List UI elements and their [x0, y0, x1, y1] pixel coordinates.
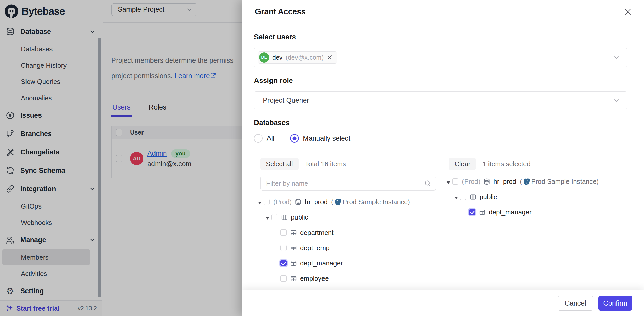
- checkbox-checked[interactable]: [280, 260, 287, 266]
- grant-access-modal: Grant Access Select users DE dev (dev@x.…: [242, 0, 644, 316]
- schema-icon: [281, 214, 288, 221]
- radio-circle[interactable]: [254, 134, 263, 143]
- clear-button[interactable]: Clear: [449, 158, 476, 170]
- modal-scrollbar[interactable]: [642, 23, 644, 316]
- close-icon[interactable]: [624, 7, 632, 16]
- schema-icon: [470, 193, 476, 200]
- select-users-label: Select users: [254, 33, 627, 42]
- radio-all[interactable]: All: [254, 134, 274, 143]
- modal-title: Grant Access: [255, 7, 306, 16]
- checkbox-checked[interactable]: [469, 209, 475, 215]
- checkbox[interactable]: [264, 199, 270, 205]
- select-users-input[interactable]: DE dev (dev@x.com): [254, 48, 627, 67]
- caret-spacer: [275, 244, 280, 252]
- table-icon: [290, 275, 297, 282]
- screen: Bytebase Database Databases Change Histo…: [0, 0, 644, 316]
- caret-spacer: [275, 259, 280, 267]
- filter-input[interactable]: [262, 179, 424, 187]
- radio-circle-selected[interactable]: [290, 134, 299, 143]
- tree-row-instance[interactable]: (Prod) hr_prod ( Prod Sample Instance): [446, 174, 621, 189]
- caret-down-icon[interactable]: [258, 198, 264, 206]
- cancel-button[interactable]: Cancel: [558, 296, 593, 311]
- select-all-button[interactable]: Select all: [260, 158, 299, 170]
- caret-down-icon[interactable]: [446, 178, 452, 186]
- chevron-down-icon: [613, 54, 620, 61]
- radio-manually-select[interactable]: Manually select: [290, 134, 350, 143]
- modal-header: Grant Access: [242, 0, 644, 23]
- checkbox[interactable]: [280, 229, 287, 236]
- avatar: DE: [259, 52, 269, 63]
- confirm-button[interactable]: Confirm: [598, 296, 632, 311]
- tree-row-schema[interactable]: public: [446, 189, 621, 204]
- modal-footer: Cancel Confirm: [242, 290, 644, 316]
- selected-user-chip[interactable]: DE dev (dev@x.com): [258, 51, 337, 64]
- checkbox[interactable]: [280, 275, 287, 282]
- postgresql-icon: [523, 178, 530, 185]
- databases-label: Databases: [254, 119, 627, 127]
- checkbox[interactable]: [271, 214, 277, 220]
- tree-row-table-selected[interactable]: dept_manager: [446, 204, 621, 220]
- chevron-down-icon: [613, 96, 620, 104]
- checkbox[interactable]: [460, 194, 466, 200]
- table-icon: [290, 260, 297, 267]
- caret-down-icon[interactable]: [265, 213, 271, 221]
- checkbox[interactable]: [280, 245, 287, 251]
- total-items-label: Total 16 items: [305, 160, 346, 168]
- database-icon: [483, 178, 490, 185]
- filter-input-wrap: [260, 176, 436, 191]
- tree-row-table[interactable]: department: [258, 225, 436, 240]
- source-tree: (Prod) hr_prod ( Prod Sample Instance): [258, 194, 436, 286]
- tree-row-table[interactable]: dept_emp: [258, 240, 436, 256]
- tree-row-table-selected[interactable]: dept_manager: [258, 256, 436, 271]
- tree-row-schema[interactable]: public: [258, 210, 436, 225]
- table-icon: [290, 245, 297, 251]
- caret-spacer: [463, 208, 469, 216]
- caret-spacer: [275, 229, 280, 237]
- role-select[interactable]: Project Querier: [254, 91, 627, 109]
- remove-user-icon[interactable]: [327, 54, 333, 60]
- selected-count-label: 1 items selected: [483, 160, 531, 168]
- modal-body: Select users DE dev (dev@x.com) Assign r…: [242, 23, 642, 316]
- table-icon: [290, 229, 297, 236]
- tree-row-instance[interactable]: (Prod) hr_prod ( Prod Sample Instance): [258, 194, 436, 210]
- checkbox[interactable]: [452, 178, 458, 185]
- caret-down-icon[interactable]: [454, 193, 460, 201]
- table-icon: [479, 209, 486, 216]
- selected-tree: (Prod) hr_prod ( Prod Sample Instance): [446, 174, 621, 220]
- assign-role-label: Assign role: [254, 77, 627, 85]
- postgresql-icon: [334, 198, 342, 205]
- caret-spacer: [275, 275, 280, 283]
- database-scope-radios: All Manually select: [254, 134, 627, 143]
- tree-row-table[interactable]: employee: [258, 271, 436, 286]
- database-icon: [295, 199, 302, 205]
- search-icon: [424, 180, 431, 187]
